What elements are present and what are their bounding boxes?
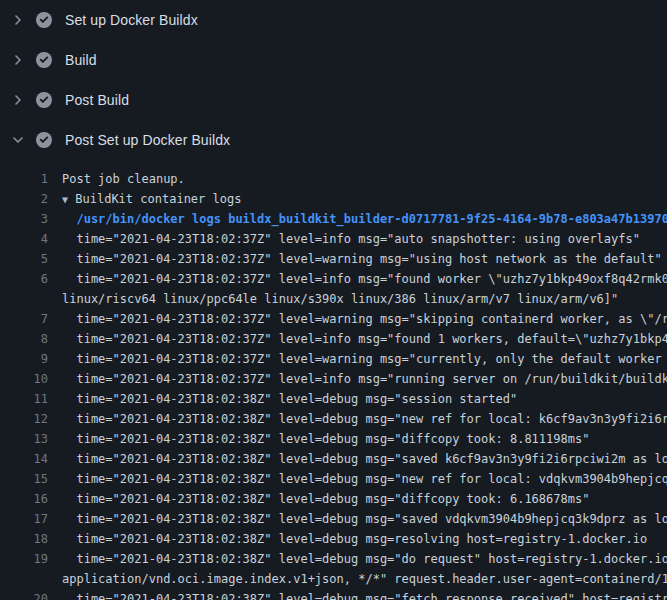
log-group-line[interactable]: 2▼ BuildKit container logs (0, 189, 667, 209)
step-label: Build (65, 52, 97, 68)
step-header-post-build[interactable]: Post Build (0, 80, 667, 120)
log-line: 19 time="2021-04-23T18:02:38Z" level=deb… (0, 549, 667, 569)
log-line-number[interactable]: 17 (0, 509, 48, 529)
log-line: 16 time="2021-04-23T18:02:38Z" level=deb… (0, 489, 667, 509)
chevron-down-icon (10, 132, 26, 148)
chevron-right-icon (10, 12, 26, 28)
log-line: 7 time="2021-04-23T18:02:37Z" level=warn… (0, 309, 667, 329)
chevron-right-icon (10, 52, 26, 68)
log-line: 6 time="2021-04-23T18:02:37Z" level=info… (0, 269, 667, 289)
log-line: 18 time="2021-04-23T18:02:38Z" level=deb… (0, 529, 667, 549)
log-line-text: time="2021-04-23T18:02:37Z" level=warnin… (62, 309, 667, 329)
step-header-post-setup-docker-buildx[interactable]: Post Set up Docker Buildx (0, 120, 667, 160)
log-line: 8 time="2021-04-23T18:02:37Z" level=info… (0, 329, 667, 349)
log-output: 1Post job cleanup.2▼ BuildKit container … (0, 160, 667, 600)
log-line-text: time="2021-04-23T18:02:38Z" level=debug … (62, 549, 667, 569)
log-line-text: time="2021-04-23T18:02:38Z" level=debug … (62, 449, 667, 469)
log-line-text: time="2021-04-23T18:02:37Z" level=warnin… (62, 349, 667, 369)
log-line-number[interactable]: 4 (0, 229, 48, 249)
check-circle-icon (36, 52, 52, 68)
log-line-number[interactable]: 5 (0, 249, 48, 269)
log-line: 13 time="2021-04-23T18:02:38Z" level=deb… (0, 429, 667, 449)
log-line-text: time="2021-04-23T18:02:38Z" level=debug … (62, 409, 667, 429)
log-line-text: ▼ BuildKit container logs (62, 189, 241, 209)
log-line: 5 time="2021-04-23T18:02:37Z" level=warn… (0, 249, 667, 269)
log-line-text: time="2021-04-23T18:02:38Z" level=debug … (62, 509, 667, 529)
chevron-right-icon (10, 92, 26, 108)
log-command-text: /usr/bin/docker logs buildx_buildkit_bui… (62, 209, 667, 229)
log-line-text: time="2021-04-23T18:02:38Z" level=debug … (62, 529, 647, 549)
log-line-number[interactable]: 12 (0, 409, 48, 429)
log-line-number[interactable]: 8 (0, 329, 48, 349)
log-line: 14 time="2021-04-23T18:02:38Z" level=deb… (0, 449, 667, 469)
log-line-text: linux/riscv64 linux/ppc64le linux/s390x … (62, 289, 618, 309)
step-label: Post Set up Docker Buildx (65, 132, 230, 148)
log-line-text: time="2021-04-23T18:02:38Z" level=debug … (62, 429, 589, 449)
log-line-wrap: application/vnd.oci.image.index.v1+json,… (0, 569, 667, 589)
log-line-text: application/vnd.oci.image.index.v1+json,… (62, 569, 667, 589)
step-label: Post Build (65, 92, 129, 108)
log-line-number[interactable]: 11 (0, 389, 48, 409)
log-line: 11 time="2021-04-23T18:02:38Z" level=deb… (0, 389, 667, 409)
log-line-text: time="2021-04-23T18:02:37Z" level=info m… (62, 229, 640, 249)
log-line-number-empty (0, 289, 48, 309)
log-line: 15 time="2021-04-23T18:02:38Z" level=deb… (0, 469, 667, 489)
log-line-number[interactable]: 14 (0, 449, 48, 469)
check-circle-icon (36, 132, 52, 148)
log-line-number[interactable]: 10 (0, 369, 48, 389)
check-circle-icon (36, 92, 52, 108)
log-line-text: Post job cleanup. (62, 169, 185, 189)
log-line: 12 time="2021-04-23T18:02:38Z" level=deb… (0, 409, 667, 429)
log-line-text: time="2021-04-23T18:02:37Z" level=info m… (62, 269, 667, 289)
log-line: 20 time="2021-04-23T18:02:38Z" level=deb… (0, 589, 667, 600)
log-line-number[interactable]: 19 (0, 549, 48, 569)
log-line-text: time="2021-04-23T18:02:37Z" level=info m… (62, 329, 667, 349)
log-line-number[interactable]: 2 (0, 189, 48, 209)
log-line: 10 time="2021-04-23T18:02:37Z" level=inf… (0, 369, 667, 389)
log-line-number[interactable]: 20 (0, 589, 48, 600)
log-line: 4 time="2021-04-23T18:02:37Z" level=info… (0, 229, 667, 249)
log-line-number[interactable]: 9 (0, 349, 48, 369)
step-header-setup-docker-buildx[interactable]: Set up Docker Buildx (0, 0, 667, 40)
log-line-number[interactable]: 13 (0, 429, 48, 449)
log-line-text: time="2021-04-23T18:02:38Z" level=debug … (62, 389, 517, 409)
log-line-number[interactable]: 15 (0, 469, 48, 489)
job-steps-list: Set up Docker Buildx Build Post Build Po… (0, 0, 667, 160)
log-line: 9 time="2021-04-23T18:02:37Z" level=warn… (0, 349, 667, 369)
step-label: Set up Docker Buildx (65, 12, 198, 28)
log-line: 1Post job cleanup. (0, 169, 667, 189)
log-line-number[interactable]: 16 (0, 489, 48, 509)
log-line: 17 time="2021-04-23T18:02:38Z" level=deb… (0, 509, 667, 529)
log-line-number[interactable]: 18 (0, 529, 48, 549)
log-line-text: time="2021-04-23T18:02:38Z" level=debug … (62, 489, 589, 509)
log-line-number[interactable]: 1 (0, 169, 48, 189)
log-line-text: time="2021-04-23T18:02:37Z" level=warnin… (62, 249, 662, 269)
log-line-number[interactable]: 6 (0, 269, 48, 289)
log-line-text: time="2021-04-23T18:02:38Z" level=debug … (62, 469, 667, 489)
step-header-build[interactable]: Build (0, 40, 667, 80)
group-expand-caret-icon: ▼ (62, 194, 68, 205)
log-line: 3 /usr/bin/docker logs buildx_buildkit_b… (0, 209, 667, 229)
log-line-wrap: linux/riscv64 linux/ppc64le linux/s390x … (0, 289, 667, 309)
check-circle-icon (36, 12, 52, 28)
log-line-number[interactable]: 7 (0, 309, 48, 329)
log-line-number[interactable]: 3 (0, 209, 48, 229)
log-line-text: time="2021-04-23T18:02:38Z" level=debug … (62, 589, 667, 600)
log-line-number-empty (0, 569, 48, 589)
log-line-text: time="2021-04-23T18:02:37Z" level=info m… (62, 369, 667, 389)
